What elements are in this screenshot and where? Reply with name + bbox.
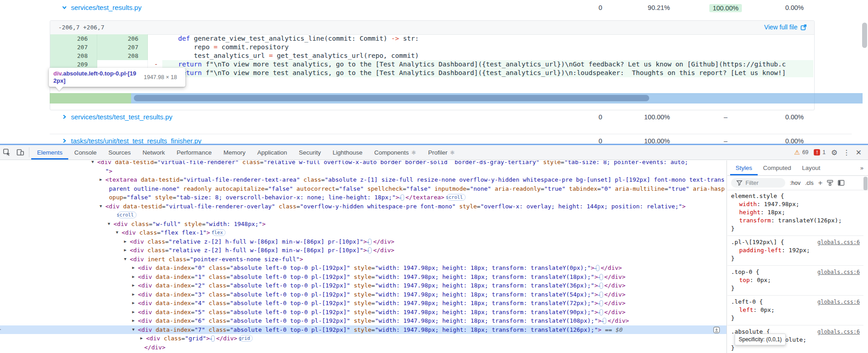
dom-tree-row[interactable]: ▶<div data-index="1" class="absolute lef… [0,273,726,282]
more-tabs-icon[interactable]: » [856,160,868,175]
css-property[interactable]: padding-left: 192px; [731,246,860,254]
dom-tree-row[interactable]: ▼<div class="flex flex-1">flex [0,228,726,237]
ellipsis-expander[interactable]: … [368,239,372,245]
tab-performance[interactable]: Performance [171,145,217,160]
expand-arrow[interactable]: ▶ [131,308,136,317]
toggle-classes-button[interactable]: .cls [805,180,814,186]
css-property[interactable]: height: 18px; [731,208,860,217]
console-warnings-badge[interactable]: ⚠ 69 [794,149,808,156]
expand-arrow[interactable]: ▶ [131,299,136,308]
css-property[interactable]: transform: translateY(126px); [731,217,860,225]
adorner-badge[interactable]: scroll [118,212,137,218]
expand-arrow[interactable]: ▼ [114,228,120,237]
css-selector[interactable]: element.style { [731,192,784,200]
css-selector[interactable]: .top-0 { [731,268,760,276]
file-row[interactable]: services/test_results.py090.21%100.00%0.… [0,3,868,14]
ellipsis-expander[interactable]: … [211,335,215,342]
file-link[interactable]: services/test_results.py [61,4,142,11]
expand-arrow[interactable]: ▶ [131,281,136,290]
styles-filter-input[interactable]: Filter [731,178,785,188]
dom-tree-row[interactable]: ▶<div class="grid">…</div>grid [0,334,726,343]
tab-elements[interactable]: Elements [31,145,68,160]
expand-arrow[interactable]: ▼ [131,325,136,334]
new-style-rule-button[interactable]: + [818,181,822,185]
ellipsis-expander[interactable]: … [599,274,603,280]
dom-tree-row[interactable]: ▶<div class="relative z-[2] h-full w-[86… [0,246,726,255]
dom-tree-row[interactable]: ▶<div data-index="0" class="absolute lef… [0,264,726,273]
ellipsis-expander[interactable]: … [401,194,404,201]
page-vscrollbar-thumb[interactable] [862,23,867,48]
expand-arrow[interactable]: ▶ [131,273,136,282]
expand-arrow[interactable]: ▼ [90,160,95,167]
expand-arrow[interactable]: ▶ [131,264,136,273]
adorner-badge[interactable]: flex [212,229,226,236]
dom-tree-row[interactable]: scroll [0,211,726,220]
dom-tree-row[interactable]: ▶<div data-index="3" class="absolute lef… [0,290,726,299]
expand-arrow[interactable]: ▶ [131,316,136,325]
tab-application[interactable]: Application [251,145,293,160]
expand-arrow[interactable]: ▶ [131,290,136,299]
adorner-badge[interactable]: grid [240,335,253,342]
settings-gear-icon[interactable]: ⚙ [831,148,837,157]
tab-components[interactable]: Components⚛ [368,145,422,160]
dom-tree-row[interactable]: ▼<div data-index="7" class="absolute lef… [0,325,726,334]
dom-tree-row[interactable]: </div> [0,343,726,352]
css-property[interactable]: top: 0px; [731,276,860,284]
dom-tree-row[interactable]: "> [0,167,726,176]
dom-tree-row[interactable]: ▼<div data-testid="virtual-file-renderer… [0,202,726,211]
dom-tree-row[interactable]: ▶<div data-index="2" class="absolute lef… [0,281,726,290]
tab-network[interactable]: Network [137,145,171,160]
css-property[interactable]: left: 0px; [731,306,860,314]
chevron-right-icon[interactable] [61,138,67,144]
styles-scrollbar-thumb[interactable] [863,177,868,190]
dom-tree-row[interactable]: ▼<div inert class="pointer-events-none s… [0,255,726,264]
css-property[interactable]: width: 1947.98px; [731,200,860,208]
close-devtools-icon[interactable]: ✕ [856,148,862,157]
diff-hscrollbar-thumb[interactable] [134,95,649,101]
tab-security[interactable]: Security [293,145,327,160]
expand-arrow[interactable]: ▶ [139,334,144,343]
css-source-link[interactable]: globals.css:6 [817,298,860,306]
css-property[interactable]: position: absolute;Specificity: (0,0,1) [731,336,860,344]
expand-arrow[interactable]: ▶ [98,175,104,184]
styles-tab-styles[interactable]: Styles [730,160,758,175]
css-source-link[interactable]: globals.css:6 [817,328,860,336]
kebab-menu-icon[interactable]: ⋮ [843,148,850,157]
scroll-into-view-icon[interactable] [713,326,720,334]
dom-tree-row[interactable]: ▶<div data-index="4" class="absolute lef… [0,299,726,308]
ellipsis-expander[interactable]: … [603,318,606,324]
adorner-badge[interactable]: scroll [447,194,466,201]
dom-tree-row[interactable]: ▶<textarea data-testid="virtual-file-ren… [0,175,726,202]
tab-sources[interactable]: Sources [103,145,137,160]
expand-arrow[interactable]: ▶ [123,246,128,255]
issues-badge[interactable]: ! 1 [814,149,826,155]
expand-arrow[interactable]: ▼ [106,220,112,229]
expand-arrow[interactable]: ▼ [123,255,128,264]
ellipsis-expander[interactable]: … [599,300,603,306]
css-source-link[interactable]: globals.css:6 [817,238,860,246]
toggle-hover-state-button[interactable]: :hov [790,180,801,186]
ellipsis-expander[interactable]: … [599,292,603,298]
dom-tree-row[interactable]: ▼<div data-testid="virtual-file-renderer… [0,160,726,167]
inspect-element-icon[interactable] [0,147,14,158]
styles-tab-layout[interactable]: Layout [797,160,826,175]
ellipsis-expander[interactable]: … [599,282,603,289]
dom-tree-row[interactable]: ▶<div class="relative z-[2] h-full w-[86… [0,237,726,246]
expand-arrow[interactable]: ▼ [98,202,104,211]
dom-tree-row[interactable]: ▶<div data-index="6" class="absolute lef… [0,316,726,325]
dom-tree-row[interactable]: ▶<div data-index="5" class="absolute lef… [0,308,726,317]
css-selector[interactable]: .pl-\[192px\] { [731,238,784,246]
ellipsis-expander[interactable]: … [368,247,372,254]
device-toolbar-icon[interactable] [14,147,27,158]
rendering-emulation-icon[interactable] [827,180,833,186]
tab-memory[interactable]: Memory [217,145,251,160]
file-row[interactable]: services/tests/test_test_results.py0100.… [0,112,868,123]
ellipsis-expander[interactable]: … [596,265,599,271]
toggle-sidebar-icon[interactable] [838,180,844,186]
dom-tree-row[interactable]: ▼<div class="w-full" style="width: 1948p… [0,220,726,229]
tab-profiler[interactable]: Profiler⚛ [422,145,461,160]
file-link[interactable]: services/tests/test_test_results.py [61,113,172,121]
view-full-file-link[interactable]: View full file [764,24,807,31]
tab-lighthouse[interactable]: Lighthouse [327,145,368,160]
expand-arrow[interactable]: ▶ [123,237,128,246]
